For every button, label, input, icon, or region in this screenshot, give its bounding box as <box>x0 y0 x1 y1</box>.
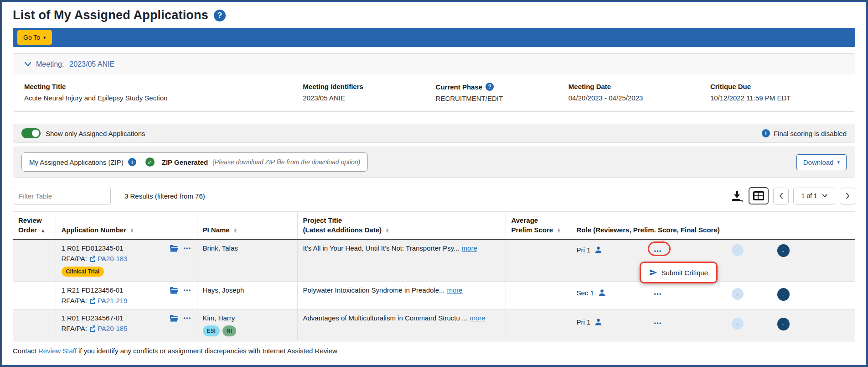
header-average-prelim-score[interactable]: Average Prelim Score▲▼ <box>506 212 571 240</box>
sort-icon: ▲▼ <box>233 228 238 233</box>
caret-down-icon: ▾ <box>837 160 840 165</box>
folder-open-icon[interactable] <box>170 245 179 252</box>
table-row: 1 R01 FD012345-01 ••• RFA/PA: <box>13 239 855 282</box>
zip-status-note: (Please download ZIP file from the downl… <box>212 158 360 166</box>
current-phase-label: Current Phase ? <box>436 83 568 91</box>
pi-name-cell: Brink, Talas <box>197 239 297 282</box>
role-actions-ellipsis[interactable]: ••• <box>654 248 662 254</box>
critique-due-value: 10/12/2022 11:59 PM EDT <box>710 94 844 102</box>
prelim-score-circle[interactable]: - <box>732 288 744 300</box>
header-application-number[interactable]: Application Number▲▼ <box>56 212 197 240</box>
more-link[interactable]: more <box>470 314 485 322</box>
previous-page-button[interactable] <box>773 188 789 204</box>
page-help-icon[interactable]: ? <box>214 10 226 21</box>
header-role: Role (Reviewers, Prelim. Score, Final Sc… <box>571 212 855 240</box>
person-icon[interactable] <box>594 318 602 326</box>
clinical-trial-badge: Clinical Trial <box>62 267 104 277</box>
toggle-knob <box>32 130 39 137</box>
header-role-label: Role (Reviewers, Prelim. Score, Final Sc… <box>577 226 720 234</box>
application-actions-ellipsis[interactable]: ••• <box>183 245 191 252</box>
role-cell: Pri 1 ••• - - Submit Critique <box>571 239 855 282</box>
rfa-pa-link[interactable]: PA20-185 <box>98 325 128 332</box>
folder-open-icon[interactable] <box>170 315 179 322</box>
check-circle-icon: ✓ <box>145 157 155 167</box>
rfa-pa-link[interactable]: PA21-219 <box>98 297 128 304</box>
role-actions-ellipsis[interactable]: ••• <box>654 320 662 326</box>
meeting-value: 2023/05 ANIE <box>69 60 114 68</box>
download-button[interactable]: Download ▾ <box>796 154 847 170</box>
current-phase-value: RECRUITMENT/EDIT <box>436 94 568 102</box>
go-to-label: Go To <box>23 34 40 41</box>
external-link-icon <box>89 297 96 304</box>
review-order-cell <box>13 309 56 341</box>
column-view-button[interactable] <box>749 187 769 204</box>
person-icon[interactable] <box>594 246 602 254</box>
review-staff-link[interactable]: Review Staff <box>38 347 77 355</box>
zip-panel: My Assigned Applications (ZIP) i ✓ ZIP G… <box>13 147 855 178</box>
sort-icon: ▲▼ <box>130 228 134 233</box>
rfa-pa-label: RFA/PA: <box>62 297 87 304</box>
zip-status-box: My Assigned Applications (ZIP) i ✓ ZIP G… <box>21 152 368 172</box>
final-score-circle[interactable]: - <box>777 318 790 330</box>
meeting-title-label: Meeting Title <box>24 83 303 90</box>
application-number: 1 R21 FD123456-01 <box>62 286 124 294</box>
folder-open-icon[interactable] <box>170 287 179 294</box>
current-phase-field: Current Phase ? RECRUITMENT/EDIT <box>436 83 568 102</box>
more-link[interactable]: more <box>447 286 463 294</box>
submit-critique-menu-item[interactable]: Submit Critique <box>640 262 718 283</box>
prelim-score-circle[interactable]: - <box>732 244 744 256</box>
application-actions-ellipsis[interactable]: ••• <box>183 315 191 321</box>
ni-badge: NI <box>222 325 236 336</box>
zip-info-icon[interactable]: i <box>128 158 136 166</box>
next-page-button[interactable] <box>840 188 855 204</box>
critique-due-field: Critique Due 10/12/2022 11:59 PM EDT <box>710 83 844 102</box>
role-label: Pri 1 <box>577 246 591 254</box>
role-cell: Pri 1 ••• - - <box>571 309 855 341</box>
application-number: 1 R01 FD234567-01 <box>62 314 124 322</box>
contact-note-suffix: if you identify any conflicts or assignm… <box>77 347 337 355</box>
more-link[interactable]: more <box>462 244 477 252</box>
role-actions-ellipsis[interactable]: ••• <box>654 291 662 297</box>
page-header: List of My Assigned Applications ? <box>13 8 855 22</box>
paper-plane-icon <box>649 268 657 277</box>
filter-table-input[interactable] <box>13 187 111 205</box>
table-row: 1 R01 FD234567-01 ••• RFA/PA: <box>13 309 855 341</box>
meeting-accordion-header[interactable]: Meeting: 2023/05 ANIE <box>13 54 855 75</box>
meeting-identifiers-label: Meeting Identifiers <box>303 83 435 90</box>
page-select[interactable]: 1 of 1 <box>793 188 835 204</box>
header-project-title[interactable]: Project Title (Latest eAdditions Date)▲▼ <box>297 212 506 240</box>
results-count: 3 Results (filtered from 76) <box>124 192 205 200</box>
project-title: Advantages of Multiculturalism in Comman… <box>303 314 468 322</box>
rfa-pa-link[interactable]: PA20-183 <box>98 255 128 262</box>
application-actions-ellipsis[interactable]: ••• <box>183 287 191 294</box>
header-review-order[interactable]: Review Order▲ <box>13 212 56 240</box>
pi-name: Kim, Harry <box>203 314 235 322</box>
rfa-pa-label: RFA/PA: <box>62 325 87 332</box>
review-order-cell <box>13 239 56 282</box>
current-phase-help-icon[interactable]: ? <box>486 83 494 91</box>
zip-label: My Assigned Applications (ZIP) <box>29 158 124 166</box>
header-avg-prelim-l1: Average <box>512 216 538 224</box>
chevron-down-icon <box>24 62 31 67</box>
meeting-title-field: Meeting Title Acute Neural Injury and Ep… <box>24 83 303 102</box>
person-icon[interactable] <box>598 289 606 297</box>
contact-note-prefix: Contact <box>13 347 38 355</box>
sort-icon: ▲▼ <box>385 228 389 233</box>
role-label: Pri 1 <box>577 318 591 326</box>
application-number-cell: 1 R21 FD123456-01 ••• RFA/PA: <box>56 282 197 309</box>
application-number: 1 R01 FD012345-01 <box>62 244 124 252</box>
meeting-label: Meeting: <box>36 60 64 68</box>
contact-note: Contact Review Staff if you identify any… <box>13 347 855 355</box>
prelim-score-circle[interactable]: - <box>732 318 744 330</box>
show-only-assigned-toggle[interactable] <box>21 128 41 138</box>
header-application-number-label: Application Number <box>62 226 127 234</box>
external-link-icon <box>89 325 96 332</box>
meeting-identifiers-value: 2023/05 ANIE <box>303 94 435 102</box>
table-header-row: Review Order▲ Application Number▲▼ PI Na… <box>13 212 855 240</box>
download-table-button[interactable] <box>730 189 744 203</box>
final-score-circle[interactable]: - <box>777 244 790 257</box>
header-pi-name[interactable]: PI Name▲▼ <box>197 212 297 240</box>
go-to-button[interactable]: Go To ▾ <box>17 30 52 45</box>
table-row: 1 R21 FD123456-01 ••• RFA/PA: <box>13 282 855 309</box>
final-score-circle[interactable]: - <box>777 288 790 301</box>
